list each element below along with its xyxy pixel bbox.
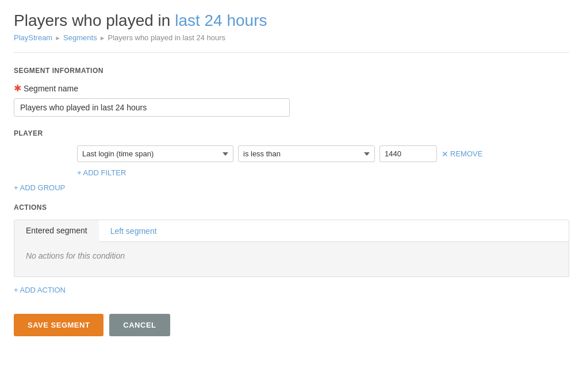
breadcrumb-playstream[interactable]: PlayStream — [14, 33, 52, 42]
save-segment-button[interactable]: SAVE SEGMENT — [14, 314, 103, 336]
segment-name-input[interactable] — [14, 98, 290, 117]
required-indicator: ✱ — [14, 83, 21, 94]
breadcrumb-segments[interactable]: Segments — [63, 33, 97, 42]
remove-x-icon: ✕ — [442, 149, 448, 159]
cancel-button[interactable]: CANCEL — [109, 314, 170, 336]
add-filter-row: + ADD FILTER — [77, 168, 569, 177]
tab-left-segment[interactable]: Left segment — [99, 220, 168, 241]
add-action-row: + ADD ACTION — [14, 285, 569, 294]
breadcrumb-sep-1: ► — [55, 34, 61, 41]
add-group-label: + ADD GROUP — [14, 183, 65, 192]
segment-information-section: SEGMENT INFORMATION ✱ Segment name — [14, 67, 569, 117]
filter-value-input[interactable] — [379, 145, 437, 162]
add-group-row: + ADD GROUP — [14, 183, 569, 192]
actions-tabs-container: Entered segment Left segment No actions … — [14, 220, 569, 277]
property-select[interactable]: Last login (time span) First login (time… — [77, 145, 233, 162]
footer-buttons: SAVE SEGMENT CANCEL — [14, 308, 569, 336]
tab-entered-segment[interactable]: Entered segment — [14, 220, 99, 242]
remove-filter-button[interactable]: ✕ REMOVE — [442, 149, 482, 159]
segment-info-title: SEGMENT INFORMATION — [14, 67, 569, 75]
breadcrumb-sep-2: ► — [99, 34, 106, 41]
actions-section: ACTIONS Entered segment Left segment No … — [14, 203, 569, 294]
add-action-label: + ADD ACTION — [14, 286, 66, 294]
tab-content-entered: No actions for this condition — [14, 242, 569, 276]
add-filter-label: + ADD FILTER — [77, 168, 126, 177]
add-filter-button[interactable]: + ADD FILTER — [77, 168, 126, 177]
segment-name-label: ✱ Segment name — [14, 83, 569, 94]
no-actions-text: No actions for this condition — [26, 251, 125, 260]
player-section-title: PLAYER — [14, 129, 569, 137]
breadcrumb: PlayStream ► Segments ► Players who play… — [14, 33, 569, 42]
tabs-header: Entered segment Left segment — [14, 220, 569, 242]
add-action-button[interactable]: + ADD ACTION — [14, 286, 66, 294]
filter-row: Last login (time span) First login (time… — [77, 145, 569, 162]
page-title: Players who played in last 24 hours — [14, 11, 569, 30]
add-group-button[interactable]: + ADD GROUP — [14, 183, 65, 192]
operator-select[interactable]: is less than is greater than is equal to — [238, 145, 375, 162]
actions-section-title: ACTIONS — [14, 203, 569, 212]
section-divider — [14, 52, 569, 53]
breadcrumb-current: Players who played in last 24 hours — [108, 33, 226, 42]
player-section: PLAYER Last login (time span) First logi… — [14, 129, 569, 177]
